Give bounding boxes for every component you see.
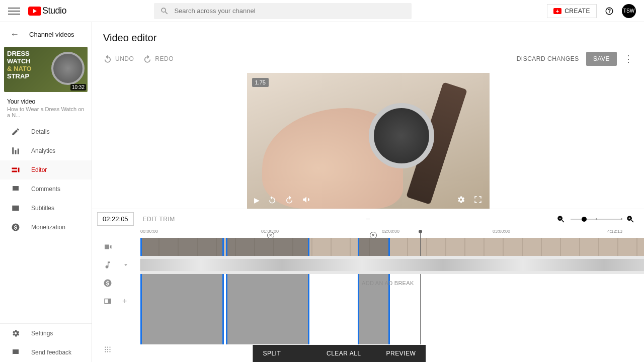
trim-handle-icon[interactable]: ✕ — [370, 232, 377, 239]
page-title: Video editor — [92, 22, 644, 48]
sidebar-item-subtitles[interactable]: Subtitles — [0, 199, 92, 218]
trim-action-bar: SPLIT CLEAR ALL PREVIEW — [253, 345, 426, 362]
analytics-icon — [11, 146, 20, 155]
endscreen-track[interactable] — [140, 292, 644, 310]
settings-icon[interactable] — [456, 195, 465, 206]
dollar-icon — [11, 223, 20, 232]
gear-icon — [11, 329, 20, 338]
more-icon[interactable]: ⋮ — [624, 53, 633, 64]
replay-10-icon[interactable] — [268, 195, 277, 206]
endscreen-track-icon — [103, 297, 112, 306]
adbreak-track-icon — [103, 279, 112, 288]
svg-point-1 — [107, 346, 108, 347]
sidebar-item-comments[interactable]: Comments — [0, 179, 92, 199]
sidebar-item-details[interactable]: Details — [0, 122, 92, 141]
help-icon[interactable] — [605, 7, 614, 16]
youtube-icon — [28, 7, 41, 16]
add-adbreak-button[interactable]: ADD AN AD BREAK — [362, 280, 414, 286]
video-track[interactable]: ✕ ✕ — [140, 238, 644, 256]
subtitles-icon — [11, 204, 20, 213]
preview-button[interactable]: PREVIEW — [386, 350, 416, 357]
discard-button[interactable]: DISCARD CHANGES — [517, 55, 579, 62]
video-preview[interactable]: 1.75 ▶ — [247, 73, 490, 209]
zoom-in-icon[interactable] — [626, 215, 635, 224]
clear-all-button[interactable]: CLEAR ALL — [327, 350, 361, 357]
volume-icon[interactable] — [302, 195, 311, 206]
add-icon[interactable]: + — [122, 297, 127, 306]
video-title: How to Wear a Dress Watch on a N... — [7, 106, 85, 118]
create-button[interactable]: CREATE — [547, 4, 597, 18]
sidebar-item-monetization[interactable]: Monetization — [0, 218, 92, 237]
redo-button[interactable]: REDO — [143, 54, 174, 63]
studio-logo[interactable]: Studio — [28, 6, 66, 16]
audio-track-icon — [103, 260, 112, 269]
pencil-icon — [11, 127, 20, 136]
your-video-label: Your video — [7, 98, 85, 105]
svg-point-7 — [107, 351, 108, 352]
timecode-input[interactable]: 02:22:05 — [97, 212, 134, 226]
speed-badge: 1.75 — [252, 78, 269, 87]
video-track-icon — [103, 242, 112, 251]
search-input[interactable] — [174, 7, 406, 15]
sidebar-item-feedback[interactable]: Send feedback — [0, 343, 92, 362]
editor-icon — [11, 165, 20, 174]
feedback-icon — [11, 348, 20, 357]
svg-point-4 — [107, 349, 108, 350]
trim-handle-icon[interactable]: ✕ — [267, 232, 274, 239]
sidebar-item-editor[interactable]: Editor — [0, 160, 92, 179]
logo-text: Studio — [42, 6, 66, 16]
search-icon — [160, 7, 169, 16]
edit-trim-button[interactable]: EDIT TRIM — [143, 216, 175, 223]
back-button[interactable]: ← Channel videos — [0, 22, 92, 47]
sidebar-item-settings[interactable]: Settings — [0, 324, 92, 343]
duration-badge: 10:32 — [70, 84, 86, 90]
svg-point-6 — [105, 351, 106, 352]
svg-point-5 — [109, 349, 110, 350]
menu-icon[interactable] — [8, 5, 20, 17]
arrow-left-icon: ← — [10, 29, 19, 40]
video-thumbnail[interactable]: DRESS WATCH & NATO STRAP 10:32 — [4, 47, 88, 92]
forward-10-icon[interactable] — [285, 195, 294, 206]
fullscreen-icon[interactable] — [473, 195, 482, 206]
drag-handle-icon[interactable]: ═ — [366, 216, 370, 223]
zoom-out-icon[interactable] — [556, 215, 566, 224]
sidebar-item-analytics[interactable]: Analytics — [0, 141, 92, 160]
blur-track-icon — [103, 345, 112, 354]
svg-point-2 — [109, 346, 110, 347]
undo-button[interactable]: UNDO — [103, 54, 134, 63]
adbreak-track[interactable]: ADD AN AD BREAK — [140, 274, 644, 292]
svg-point-0 — [105, 346, 106, 347]
comments-icon — [11, 185, 20, 194]
chevron-down-icon[interactable] — [122, 260, 129, 269]
svg-point-3 — [105, 349, 106, 350]
avatar[interactable]: TSW — [622, 4, 636, 18]
zoom-slider[interactable] — [571, 219, 621, 220]
split-button[interactable]: SPLIT — [263, 350, 281, 357]
time-ruler: 00:00:00 01:00:00 02:00:00 03:00:00 4:12… — [140, 229, 644, 238]
svg-point-8 — [109, 351, 110, 352]
save-button[interactable]: SAVE — [586, 52, 617, 66]
audio-track[interactable] — [140, 256, 644, 274]
play-icon[interactable]: ▶ — [254, 196, 260, 204]
search-box[interactable] — [154, 3, 412, 19]
create-icon — [553, 8, 561, 14]
